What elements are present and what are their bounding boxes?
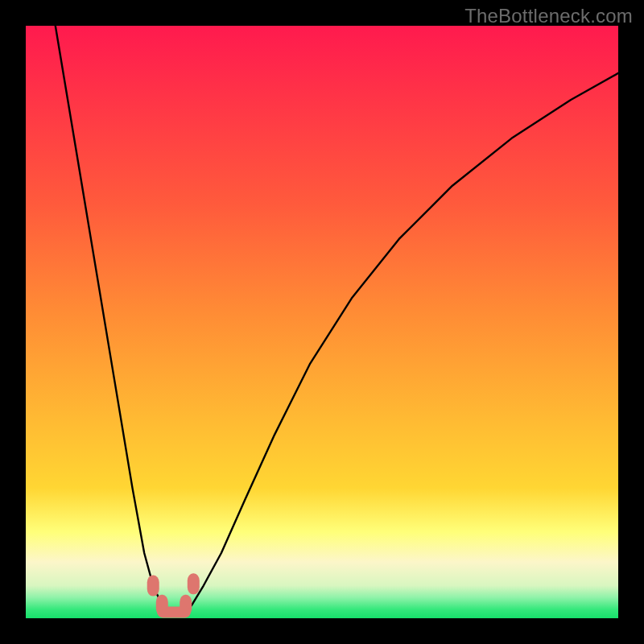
threshold-marker [188, 573, 200, 594]
watermark-text: TheBottleneck.com [464, 5, 633, 27]
threshold-marker [157, 606, 190, 617]
bottleneck-chart [26, 26, 618, 618]
threshold-marker [147, 576, 159, 597]
chart-frame [26, 26, 618, 618]
gradient-background [26, 26, 618, 618]
